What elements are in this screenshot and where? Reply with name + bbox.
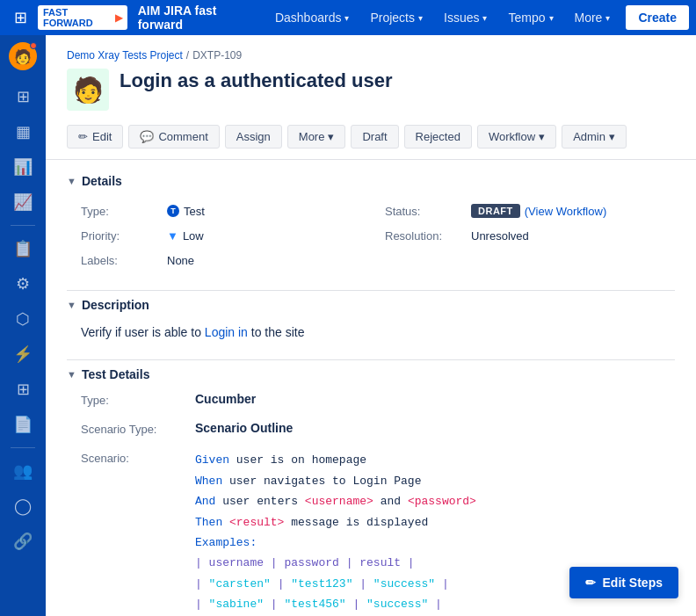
scenario-line-5: Examples:	[195, 533, 476, 553]
description-section-header[interactable]: ▼ Description	[67, 298, 675, 312]
scenario-line-3: And user enters <username> and <password…	[195, 491, 476, 511]
workflow-chevron-icon: ▾	[539, 130, 545, 143]
app-name: AIM JIRA fast forward	[138, 4, 252, 32]
top-nav: ⊞ FAST FORWARD ▶ AIM JIRA fast forward D…	[0, 0, 696, 35]
grid-icon[interactable]: ⊞	[7, 8, 34, 27]
sidebar-link-icon[interactable]: 🔗	[7, 525, 39, 557]
draft-button[interactable]: Draft	[351, 125, 398, 149]
scenario-code: Given user is on homepage When user navi…	[195, 450, 476, 616]
scenario-type-value: Scenario Outline	[195, 421, 293, 435]
comment-button[interactable]: 💬 Comment	[128, 125, 219, 149]
more-chevron-icon: ▾	[328, 130, 334, 143]
issue-avatar-emoji: 🧑	[73, 76, 104, 105]
action-toolbar: ✏ Edit 💬 Comment Assign More ▾ Draft Rej…	[46, 125, 696, 160]
type-label: Type:	[81, 205, 160, 218]
sidebar-circle-icon[interactable]: ◯	[7, 490, 39, 522]
dashboards-chevron: ▾	[344, 13, 349, 23]
logo-text: FAST FORWARD	[43, 7, 112, 28]
scenario-table-row-2: | "sabine" | "test456" | "success" |	[195, 594, 476, 614]
issues-chevron: ▾	[482, 13, 487, 23]
scenario-table-row-1: | "carsten" | "test123" | "success" |	[195, 574, 476, 594]
edit-icon: ✏	[78, 130, 88, 143]
sidebar-lightning-icon[interactable]: ⚡	[7, 338, 39, 370]
resolution-row: Resolution: Unresolved	[385, 223, 675, 248]
labels-value: None	[167, 254, 194, 267]
type-value: T Test	[167, 205, 205, 218]
status-value: DRAFT (View Workflow)	[471, 204, 606, 218]
edit-steps-icon: ✏	[585, 576, 596, 590]
left-sidebar: 🧑 ⊞ ▦ 📊 📈 📋 ⚙ ⬡ ⚡ ⊞ 📄 👥 ◯ 🔗	[0, 35, 46, 616]
breadcrumb-separator: /	[186, 49, 189, 62]
test-details-section-header[interactable]: ▼ Test Details	[67, 367, 675, 381]
nav-tempo[interactable]: Tempo ▾	[499, 0, 562, 35]
issue-header: Demo Xray Tests Project / DXTP-109 🧑 Log…	[46, 35, 696, 111]
scenario-type-label: Scenario Type:	[81, 421, 195, 436]
assign-button[interactable]: Assign	[225, 125, 282, 149]
more-chevron: ▾	[605, 13, 610, 23]
keyword-then: Then	[195, 516, 229, 529]
labels-label: Labels:	[81, 254, 160, 267]
edit-button[interactable]: ✏ Edit	[67, 125, 123, 149]
sidebar-chart-icon[interactable]: 📈	[7, 186, 39, 218]
description-text: Verify if user is able to Login in to th…	[67, 322, 675, 342]
scenario-line-1: Given user is on homepage	[195, 450, 476, 470]
type-test-icon: T	[167, 205, 179, 217]
details-toggle-icon: ▼	[67, 176, 76, 186]
view-workflow-link[interactable]: (View Workflow)	[525, 205, 606, 218]
scenario-line-4: Then <result> message is displayed	[195, 512, 476, 533]
sidebar-network-icon[interactable]: ⬡	[7, 303, 39, 335]
create-button[interactable]: Create	[626, 5, 689, 30]
keyword-examples: Examples:	[195, 536, 257, 549]
sidebar-board-icon[interactable]: ▦	[7, 116, 39, 148]
avatar[interactable]: 🧑	[9, 42, 37, 70]
status-row: Status: DRAFT (View Workflow)	[385, 199, 675, 223]
details-section: ▼ Details Type: T Test	[67, 174, 675, 272]
sidebar-grid2-icon[interactable]: ⊞	[7, 373, 39, 405]
nav-issues[interactable]: Issues ▾	[435, 0, 496, 35]
breadcrumb-issue-key: DXTP-109	[192, 49, 242, 62]
priority-row: Priority: ▼ Low	[81, 223, 371, 248]
admin-chevron-icon: ▾	[609, 130, 615, 143]
sidebar-backlog-icon[interactable]: 📋	[7, 233, 39, 265]
priority-arrow-icon: ▼	[167, 229, 178, 243]
workflow-button[interactable]: Workflow ▾	[477, 125, 556, 149]
more-button[interactable]: More ▾	[287, 125, 346, 149]
scenario-line-2: When user navigates to Login Page	[195, 471, 476, 491]
nav-more[interactable]: More ▾	[566, 0, 620, 35]
sidebar-sep-1	[11, 225, 35, 226]
sidebar-reports-icon[interactable]: 📊	[7, 151, 39, 183]
breadcrumb: Demo Xray Tests Project / DXTP-109	[67, 49, 675, 62]
priority-label: Priority:	[81, 229, 160, 243]
sidebar-home-icon[interactable]: ⊞	[7, 81, 39, 112]
sidebar-settings-icon[interactable]: ⚙	[7, 268, 39, 300]
sidebar-document-icon[interactable]: 📄	[7, 409, 39, 440]
logo-arrow: ▶	[115, 12, 122, 24]
details-section-header[interactable]: ▼ Details	[67, 174, 675, 188]
rejected-button[interactable]: Rejected	[404, 125, 472, 149]
sidebar-people-icon[interactable]: 👥	[7, 455, 39, 487]
edit-steps-button[interactable]: ✏ Edit Steps	[569, 567, 678, 598]
description-link[interactable]: Login in	[205, 325, 248, 339]
divider-1	[67, 290, 675, 291]
priority-value: ▼ Low	[167, 229, 204, 243]
test-details-section-title: Test Details	[82, 367, 150, 381]
scenario-table-header: | username | password | result |	[195, 553, 476, 573]
comment-icon: 💬	[140, 130, 154, 143]
scenario-label: Scenario:	[81, 450, 195, 465]
issue-title-row: 🧑 Login as a authenticated user	[67, 69, 675, 111]
keyword-when: When	[195, 475, 229, 488]
keyword-and: And	[195, 495, 222, 508]
param-password: <password>	[408, 495, 476, 508]
projects-chevron: ▾	[418, 13, 423, 23]
status-label: Status:	[385, 205, 464, 218]
logo[interactable]: FAST FORWARD ▶	[38, 5, 127, 30]
breadcrumb-project[interactable]: Demo Xray Tests Project	[67, 49, 183, 62]
nav-projects[interactable]: Projects ▾	[361, 0, 431, 35]
description-section-title: Description	[82, 298, 149, 312]
labels-row: Labels: None	[81, 248, 371, 272]
nav-dashboards[interactable]: Dashboards ▾	[266, 0, 359, 35]
test-type-row: Type: Cucumber	[81, 392, 675, 407]
admin-button[interactable]: Admin ▾	[562, 125, 627, 149]
test-details-toggle-icon: ▼	[67, 369, 76, 380]
description-section: ▼ Description Verify if user is able to …	[67, 298, 675, 342]
